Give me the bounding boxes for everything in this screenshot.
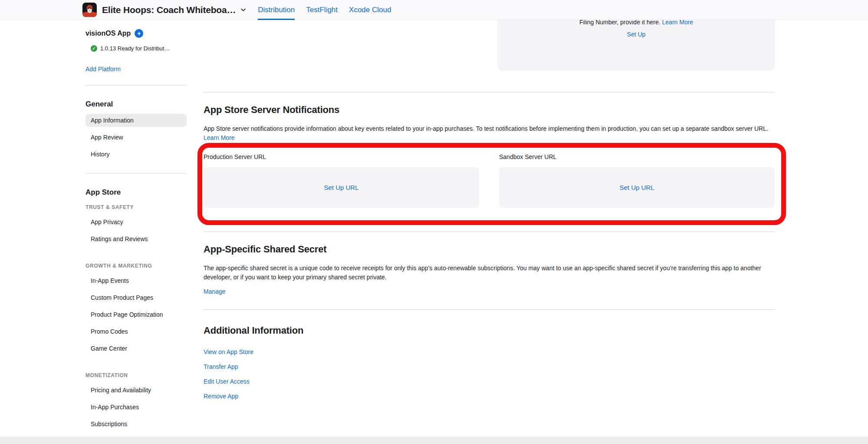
- additional-information-title: Additional Information: [204, 325, 775, 337]
- sidebar-item-app-information[interactable]: App Information: [85, 114, 187, 127]
- version-status-label: 1.0.13 Ready for Distribut…: [100, 45, 170, 52]
- platform-title: visionOS App: [85, 30, 131, 37]
- sandbox-server-url-panel: Set Up URL: [499, 167, 775, 208]
- sidebar-item-custom-product-pages[interactable]: Custom Product Pages: [85, 291, 187, 304]
- sidebar-item-promo-codes[interactable]: Promo Codes: [85, 325, 187, 338]
- sidebar-section-growth-marketing: GROWTH & MARKETING: [85, 263, 187, 269]
- sidebar-item-history[interactable]: History: [85, 148, 187, 161]
- server-notifications-title: App Store Server Notifications: [204, 104, 775, 116]
- main-content: App Store Server Notifications App Store…: [204, 20, 775, 400]
- footer-bar: [0, 437, 868, 444]
- sidebar-section-monetization: MONETIZATION: [85, 372, 187, 378]
- divider: [204, 309, 775, 310]
- sidebar-group-app-store: App Store: [85, 188, 187, 197]
- sidebar: visionOS App + ✓ 1.0.13 Ready for Distri…: [85, 20, 187, 444]
- app-title: Elite Hoops: Coach Whiteboa…: [102, 5, 236, 15]
- server-url-columns: Production Server URL Set Up URL Sandbox…: [204, 153, 775, 208]
- tab-distribution[interactable]: Distribution: [258, 0, 295, 20]
- manage-shared-secret-link[interactable]: Manage: [204, 288, 226, 295]
- add-version-button[interactable]: +: [135, 29, 143, 38]
- server-notifications-learn-more-link[interactable]: Learn More: [204, 134, 235, 141]
- sidebar-item-app-review[interactable]: App Review: [85, 131, 187, 144]
- transfer-app-link[interactable]: Transfer App: [204, 363, 238, 371]
- shared-secret-title: App-Specific Shared Secret: [204, 243, 775, 255]
- divider: [204, 92, 775, 93]
- app-icon: [82, 3, 97, 17]
- divider: [85, 85, 187, 86]
- production-server-url-label: Production Server URL: [204, 153, 479, 161]
- sandbox-set-up-url-link[interactable]: Set Up URL: [619, 184, 654, 191]
- production-set-up-url-link[interactable]: Set Up URL: [324, 184, 358, 191]
- sidebar-item-in-app-events[interactable]: In-App Events: [85, 274, 187, 287]
- sidebar-item-product-page-optimization[interactable]: Product Page Optimization: [85, 308, 187, 321]
- remove-app-link[interactable]: Remove App: [204, 392, 238, 400]
- sandbox-server-url-label: Sandbox Server URL: [499, 153, 775, 161]
- chevron-down-icon[interactable]: [240, 7, 247, 13]
- shared-secret-description: The app-specific shared secret is a uniq…: [204, 264, 775, 282]
- production-server-url-block: Production Server URL Set Up URL: [204, 153, 479, 208]
- tab-testflight[interactable]: TestFlight: [306, 0, 338, 20]
- view-on-app-store-link[interactable]: View on App Store: [204, 348, 253, 356]
- divider: [204, 232, 775, 232]
- sidebar-item-in-app-purchases[interactable]: In-App Purchases: [85, 401, 187, 414]
- production-server-url-panel: Set Up URL: [204, 167, 479, 208]
- sidebar-item-app-privacy[interactable]: App Privacy: [85, 215, 187, 229]
- add-platform-link[interactable]: Add Platform: [85, 66, 121, 73]
- version-status-row[interactable]: ✓ 1.0.13 Ready for Distribut…: [91, 45, 187, 52]
- ready-check-icon: ✓: [91, 45, 97, 52]
- sidebar-item-subscriptions[interactable]: Subscriptions: [85, 417, 187, 431]
- sidebar-group-general: General: [85, 100, 187, 109]
- app-tabs: Distribution TestFlight Xcode Cloud: [258, 0, 391, 20]
- sidebar-item-game-center[interactable]: Game Center: [85, 342, 187, 355]
- edit-user-access-link[interactable]: Edit User Access: [204, 378, 250, 385]
- sidebar-item-pricing-and-availability[interactable]: Pricing and Availability: [85, 384, 187, 397]
- sidebar-item-ratings-and-reviews[interactable]: Ratings and Reviews: [85, 232, 187, 245]
- sidebar-section-trust-safety: TRUST & SAFETY: [85, 204, 187, 210]
- server-notifications-description: App Store server notifications provide i…: [204, 124, 775, 142]
- tab-xcode-cloud[interactable]: Xcode Cloud: [349, 0, 391, 20]
- divider: [85, 173, 187, 174]
- sandbox-server-url-block: Sandbox Server URL Set Up URL: [499, 153, 775, 208]
- top-navigation-bar: Elite Hoops: Coach Whiteboa… Distributio…: [0, 0, 868, 20]
